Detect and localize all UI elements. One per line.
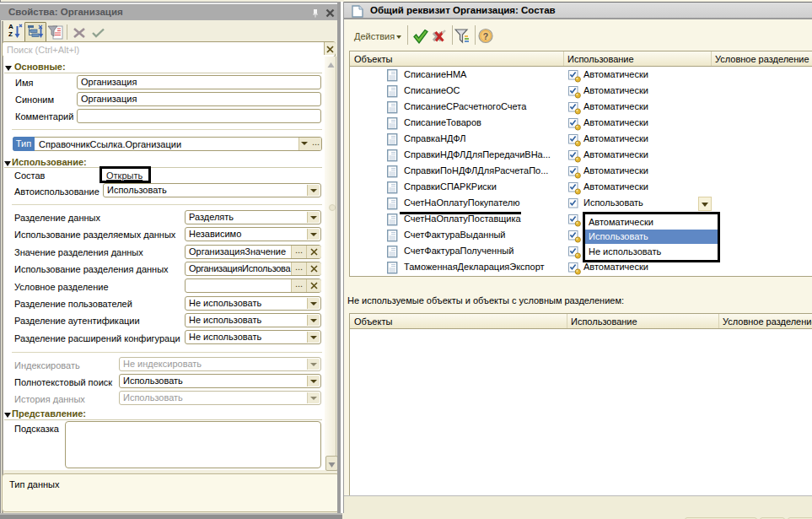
svg-text:?: ? xyxy=(483,31,488,41)
